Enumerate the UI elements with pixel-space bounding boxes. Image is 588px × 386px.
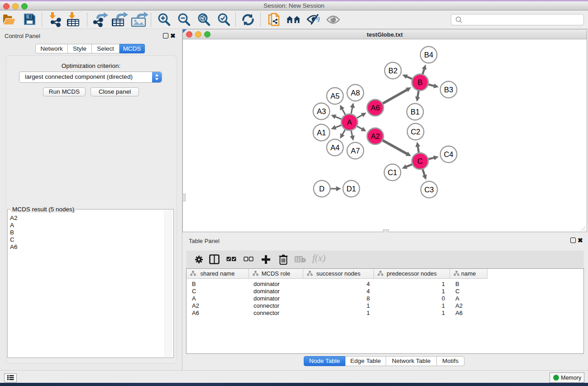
svg-text:B3: B3	[444, 86, 453, 94]
svg-text:C1: C1	[387, 168, 397, 176]
svg-text:A6: A6	[371, 104, 380, 112]
svg-text:A8: A8	[351, 89, 360, 97]
svg-text:A2: A2	[371, 132, 380, 140]
svg-text:B2: B2	[388, 67, 397, 75]
svg-text:B: B	[417, 78, 422, 86]
svg-text:A: A	[347, 118, 352, 126]
svg-text:A1: A1	[317, 129, 326, 137]
svg-text:B4: B4	[424, 51, 433, 59]
svg-text:A3: A3	[317, 107, 326, 115]
svg-text:C2: C2	[411, 128, 420, 136]
svg-text:C4: C4	[444, 150, 453, 158]
svg-text:D: D	[319, 185, 325, 193]
svg-text:C: C	[417, 157, 423, 165]
svg-text:A4: A4	[330, 143, 339, 152]
svg-text:D1: D1	[346, 185, 356, 193]
svg-text:A5: A5	[330, 92, 339, 100]
svg-text:B1: B1	[411, 108, 420, 116]
svg-text:A7: A7	[351, 147, 360, 155]
svg-text:C3: C3	[424, 186, 434, 194]
